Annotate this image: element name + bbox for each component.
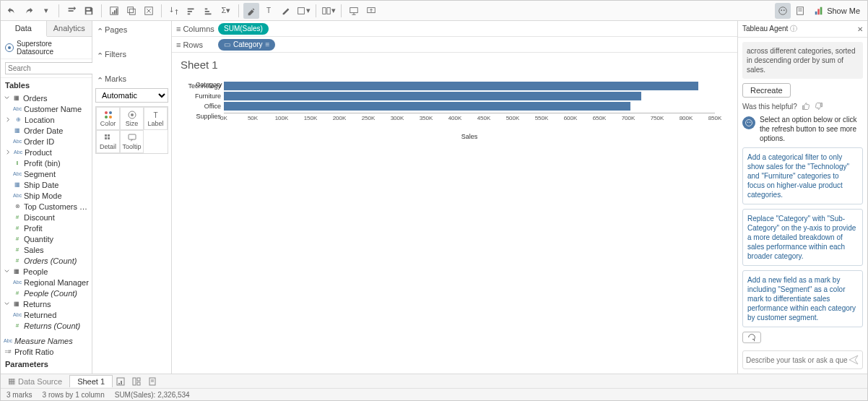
number-icon: #	[13, 214, 22, 221]
columns-shelf[interactable]: SUM(Sales)	[215, 23, 737, 35]
totals-button[interactable]: Σ▾	[218, 3, 234, 19]
format-button[interactable]	[278, 3, 294, 19]
number-icon: #	[13, 257, 22, 264]
share-button[interactable]	[363, 3, 379, 19]
field-ship-date[interactable]: ▦Ship Date	[1, 179, 92, 190]
agent-option-2[interactable]: Add a new field as a mark by including "…	[742, 270, 863, 327]
pages-card[interactable]: ⌃Pages	[95, 24, 168, 35]
filters-card[interactable]: ⌃Filters	[95, 48, 168, 60]
field-location[interactable]: ⊕Location	[1, 114, 92, 125]
folder-people[interactable]: ▦ People	[1, 266, 92, 277]
marks-size[interactable]: Size	[120, 107, 144, 130]
field-returned[interactable]: AbcReturned	[1, 309, 92, 320]
redo-button[interactable]	[21, 3, 37, 19]
send-icon[interactable]	[848, 354, 859, 366]
presentation-button[interactable]	[346, 3, 362, 19]
undo-button[interactable]	[4, 3, 19, 19]
field-quantity[interactable]: #Quantity	[1, 233, 92, 244]
show-me-button[interactable]: Show Me	[810, 6, 864, 16]
sheet-title[interactable]: Sheet 1	[181, 59, 729, 71]
bar[interactable]	[224, 82, 698, 90]
sort-asc-button[interactable]	[183, 3, 199, 19]
number-icon: #	[13, 246, 22, 254]
field-profit-ratio[interactable]: =#Profit Ratio	[1, 346, 92, 357]
field-ship-mode[interactable]: AbcShip Mode	[1, 190, 92, 201]
field-order-id[interactable]: AbcOrder ID	[1, 136, 92, 147]
clear-button[interactable]	[141, 3, 157, 19]
swap-button[interactable]	[166, 3, 182, 19]
calc-icon: =#	[4, 348, 12, 355]
field-returns-count[interactable]: #Returns (Count)	[1, 320, 92, 331]
svg-point-20	[109, 116, 112, 118]
agent-option-1[interactable]: Replace "Category" with "Sub-Category" o…	[742, 209, 863, 266]
field-orders-count[interactable]: #Orders (Count)	[1, 255, 92, 266]
datasource-row[interactable]: Superstore Datasource	[1, 37, 92, 59]
marks-color[interactable]: Color	[96, 107, 120, 130]
field-product[interactable]: AbcProduct	[1, 147, 92, 158]
marks-detail[interactable]: Detail	[96, 130, 120, 153]
agent-option-0[interactable]: Add a categorical filter to only show sa…	[742, 147, 863, 204]
rows-shelf-label: ≡Rows	[172, 40, 215, 49]
new-dashboard-button[interactable]	[129, 374, 144, 389]
agent-text-input[interactable]	[746, 356, 848, 364]
fit-button[interactable]: ▾	[295, 3, 311, 19]
data-source-tab[interactable]: ▦Data Source	[1, 375, 69, 387]
label-button[interactable]: T	[261, 3, 277, 19]
table-icon: ▦	[12, 95, 21, 102]
color-icon	[98, 110, 118, 120]
field-sales[interactable]: #Sales	[1, 244, 92, 255]
show-cards-button[interactable]: ▾	[321, 3, 337, 19]
folder-orders[interactable]: ▦ Orders	[1, 92, 92, 103]
svg-point-22	[131, 113, 134, 116]
field-measure-names[interactable]: AbcMeasure Names	[1, 335, 92, 346]
datasource-icon	[5, 43, 14, 52]
sort-desc-button[interactable]	[201, 3, 217, 19]
text-icon: Abc	[13, 171, 22, 178]
recreate-button[interactable]: Recreate	[742, 83, 791, 98]
save-button[interactable]	[81, 3, 97, 19]
rows-shelf[interactable]: ▭Category≡	[215, 39, 737, 51]
more-nav-button[interactable]: ▾	[38, 3, 54, 19]
thumbs-down-icon[interactable]	[815, 102, 823, 111]
field-profit-bin[interactable]: ⫾Profit (bin)	[1, 158, 92, 168]
calendar-icon: ▦	[13, 181, 22, 189]
field-people-count[interactable]: #People (Count)	[1, 288, 92, 298]
text-icon: Abc	[4, 337, 12, 345]
duplicate-button[interactable]	[123, 3, 139, 19]
x-tick: 100K	[275, 115, 289, 121]
folder-returns[interactable]: ▦ Returns	[1, 298, 92, 309]
marks-card[interactable]: ⌃Marks	[95, 73, 168, 85]
sheet1-tab[interactable]: Sheet 1	[69, 375, 113, 387]
field-profit[interactable]: #Profit	[1, 223, 92, 233]
new-worksheet-button[interactable]	[106, 3, 122, 19]
field-discount[interactable]: #Discount	[1, 212, 92, 223]
svg-rect-15	[820, 7, 823, 14]
pill-category[interactable]: ▭Category≡	[218, 39, 275, 51]
marks-type-select[interactable]: Automatic	[95, 88, 168, 103]
marks-tooltip[interactable]: Tooltip	[120, 130, 144, 153]
guide-button[interactable]	[792, 3, 808, 19]
marks-label[interactable]: TLabel	[144, 107, 168, 130]
search-input[interactable]	[5, 62, 103, 74]
field-top-customers[interactable]: ⊗Top Customers by P...	[1, 201, 92, 212]
close-icon[interactable]: ✕	[857, 25, 863, 33]
refresh-options-button[interactable]	[742, 332, 761, 343]
tab-analytics[interactable]: Analytics	[47, 21, 92, 36]
field-customer-name[interactable]: AbcCustomer Name	[1, 103, 92, 114]
agent-toggle-button[interactable]	[775, 3, 791, 19]
agent-input[interactable]	[742, 350, 863, 369]
thumbs-up-icon[interactable]	[802, 102, 810, 111]
new-story-button[interactable]	[144, 374, 160, 389]
new-sheet-button[interactable]	[113, 374, 129, 389]
pill-sum-sales[interactable]: SUM(Sales)	[218, 23, 269, 35]
field-segment[interactable]: AbcSegment	[1, 168, 92, 179]
tab-data[interactable]: Data	[1, 21, 47, 37]
svg-rect-6	[327, 7, 330, 14]
field-regional-manager[interactable]: AbcRegional Manager	[1, 277, 92, 288]
new-datasource-button[interactable]	[64, 3, 79, 19]
bar[interactable]	[224, 102, 630, 111]
status-sum: SUM(Sales): 2,326,534	[115, 391, 190, 399]
bar[interactable]	[224, 92, 641, 100]
highlight-button[interactable]	[243, 3, 259, 19]
field-order-date[interactable]: ▦Order Date	[1, 125, 92, 136]
